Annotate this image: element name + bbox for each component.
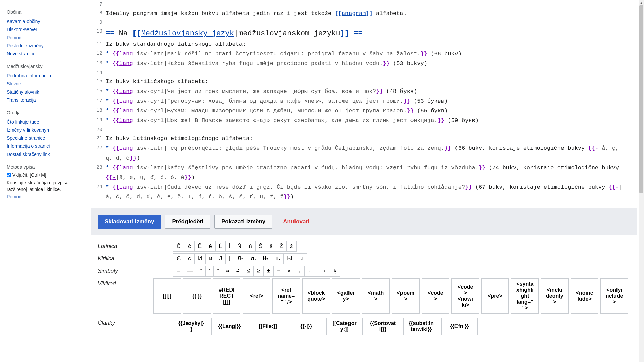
- line-content[interactable]: Iz bukv latinskogo etimologičnogo alfabe…: [106, 134, 637, 144]
- editor-line[interactable]: 16* {{lang|isv-cyrl|Чи јест ли грех мысл…: [91, 87, 637, 97]
- scroll-thumb[interactable]: [639, 5, 643, 193]
- editor-line[interactable]: 11Iz bukv standardnogo latinskogo alfabe…: [91, 40, 637, 49]
- line-content[interactable]: Iz bukv kiriličskogo alfabeta:: [106, 77, 637, 87]
- char-insert-button[interactable]: [[|]]: [153, 278, 181, 314]
- char-insert-button[interactable]: Ј: [216, 253, 226, 264]
- char-insert-button[interactable]: Ž: [276, 241, 286, 252]
- line-content[interactable]: * {{lang|isv-cyrl|Чи јест ли грех мыслит…: [106, 87, 637, 97]
- sidebar-link[interactable]: Pomoč: [7, 34, 80, 42]
- char-insert-button[interactable]: <syntaxhighlight lang="">: [511, 278, 539, 314]
- editor-line[interactable]: 7: [91, 0, 637, 9]
- editor-line[interactable]: 8Idealny pangram imaje každu bukvu alfab…: [91, 9, 637, 19]
- char-insert-button[interactable]: Є: [173, 253, 184, 264]
- char-insert-button[interactable]: Ы: [283, 253, 296, 264]
- char-insert-button[interactable]: Ĺ: [215, 241, 226, 252]
- line-content[interactable]: == Na [[Medžuslovjansky jezyk|medžuslovj…: [106, 27, 637, 40]
- char-insert-button[interactable]: ±: [263, 266, 274, 277]
- char-insert-button[interactable]: [[Category:]]: [326, 318, 363, 335]
- preview-button[interactable]: Prědgleděti: [165, 215, 210, 229]
- char-insert-button[interactable]: Љ: [234, 253, 247, 264]
- sidebar-link[interactable]: Poslědnje izměny: [7, 42, 80, 50]
- line-content[interactable]: * {{lang|isv-latn|Každa ščestliva ryba f…: [106, 59, 637, 69]
- char-insert-button[interactable]: ń: [245, 241, 255, 252]
- char-insert-button[interactable]: <poem>: [392, 278, 420, 314]
- char-insert-button[interactable]: ы: [296, 253, 307, 264]
- sidebar-link[interactable]: Slovnik: [7, 80, 80, 88]
- char-insert-button[interactable]: –: [173, 266, 183, 277]
- char-insert-button[interactable]: š: [266, 241, 276, 252]
- char-insert-button[interactable]: {{Jezyky|}}: [173, 318, 209, 335]
- char-insert-button[interactable]: {{Efn|}}: [441, 318, 478, 335]
- char-insert-button[interactable]: [[File:]]: [250, 318, 286, 335]
- line-content[interactable]: * {{lang|isv-cyrl|Шок же! В Пољске замєс…: [106, 116, 637, 126]
- char-insert-button[interactable]: ←: [304, 266, 317, 277]
- char-insert-button[interactable]: и: [205, 253, 216, 264]
- editor-line[interactable]: 15Iz bukv kiriličskogo alfabeta:: [91, 77, 637, 87]
- char-insert-button[interactable]: ×: [284, 266, 294, 277]
- cancel-button[interactable]: Anulovati: [276, 215, 316, 229]
- line-content[interactable]: * {{lang|isv-cyrl|Њухам: млады шизофрени…: [106, 106, 637, 116]
- char-insert-button[interactable]: Š: [255, 241, 266, 252]
- char-insert-button[interactable]: §: [330, 266, 340, 277]
- char-insert-button[interactable]: <pre>: [481, 278, 509, 314]
- char-insert-button[interactable]: <onlyinclude>: [600, 278, 628, 314]
- input-method-toggle[interactable]: Vključiti [Ctrl+M]: [7, 172, 80, 178]
- char-insert-button[interactable]: њ: [272, 253, 284, 264]
- sidebar-link[interactable]: Statičny slovnik: [7, 88, 80, 96]
- char-insert-button[interactable]: —: [183, 266, 196, 277]
- char-insert-button[interactable]: {{subst:Interwiki}}: [403, 318, 439, 335]
- char-insert-button[interactable]: ј: [225, 253, 234, 264]
- char-insert-button[interactable]: Њ: [259, 253, 272, 264]
- editor-line[interactable]: 14: [91, 69, 637, 77]
- editor-line[interactable]: 18* {{lang|isv-cyrl|Њухам: млады шизофре…: [91, 106, 637, 116]
- char-insert-button[interactable]: ′: [205, 266, 214, 277]
- page-scrollbar[interactable]: ▲: [639, 0, 644, 362]
- char-insert-button[interactable]: ≈: [223, 266, 233, 277]
- char-insert-button[interactable]: ″: [213, 266, 223, 277]
- char-insert-button[interactable]: <blockquote>: [302, 278, 330, 314]
- sidebar-link[interactable]: Nove stranice: [7, 50, 80, 58]
- char-insert-button[interactable]: љ: [247, 253, 259, 264]
- char-insert-button[interactable]: ĺ: [225, 241, 234, 252]
- sidebar-link[interactable]: Pomoč: [7, 193, 80, 201]
- line-content[interactable]: * {{lang|isv-latn|Majk rěšil ne brati če…: [106, 49, 637, 59]
- editor-line[interactable]: 23* {{lang|isv-latn|každy ščęstlivy pės …: [91, 163, 637, 183]
- char-insert-button[interactable]: ÷: [294, 266, 305, 277]
- line-content[interactable]: [106, 69, 637, 77]
- sidebar-link[interactable]: Transliteracija: [7, 96, 80, 104]
- char-insert-button[interactable]: {{Lang|}}: [211, 318, 248, 335]
- line-content[interactable]: [106, 18, 637, 27]
- sidebar-link[interactable]: Diskord-server: [7, 25, 80, 34]
- sidebar-link[interactable]: Podrobna informacija: [7, 72, 80, 80]
- char-insert-button[interactable]: Č: [173, 241, 184, 252]
- line-content[interactable]: * {{lang|isv-cyrl|Прєпоручам: ховај блин…: [106, 97, 637, 106]
- sidebar-link[interactable]: Kavarnja občiny: [7, 17, 80, 25]
- char-insert-button[interactable]: −: [273, 266, 284, 277]
- sidebar-link[interactable]: Specialne stranice: [7, 134, 80, 142]
- editor-line[interactable]: 21Iz bukv latinskogo etimologičnogo alfa…: [91, 134, 637, 144]
- char-insert-button[interactable]: є: [184, 253, 195, 264]
- sidebar-link[interactable]: Dostati skračeny link: [7, 150, 80, 158]
- sidebar-link[interactable]: Čto linkuje tude: [7, 118, 80, 126]
- char-insert-button[interactable]: {{-|}}: [288, 318, 324, 335]
- char-insert-button[interactable]: <gallery>: [332, 278, 360, 314]
- editor-line[interactable]: 20: [91, 126, 637, 134]
- editor-line[interactable]: 24* {{lang|isv-latn|Ćuđi děvėc už nese d…: [91, 183, 637, 202]
- line-content[interactable]: * {{lang|isv-latn|Ćuđi děvėc už nese dòž…: [106, 183, 637, 202]
- char-insert-button[interactable]: <includeonly>: [541, 278, 569, 314]
- editor-line[interactable]: 22* {{lang|isv-latn|Hćų prěporųčiti: glę…: [91, 144, 637, 163]
- char-insert-button[interactable]: <code>: [422, 278, 449, 314]
- char-insert-button[interactable]: И: [194, 253, 206, 264]
- char-insert-button[interactable]: <noinclude>: [571, 278, 598, 314]
- char-insert-button[interactable]: ž: [286, 241, 297, 252]
- char-insert-button[interactable]: <ref>: [243, 278, 270, 314]
- char-insert-button[interactable]: <code><nowiki>: [451, 278, 479, 314]
- char-insert-button[interactable]: {{|}}: [183, 278, 211, 314]
- char-insert-button[interactable]: #REDIRECT [[]]: [213, 278, 241, 314]
- char-insert-button[interactable]: <ref name="" />: [272, 278, 300, 314]
- char-insert-button[interactable]: ≠: [233, 266, 243, 277]
- char-insert-button[interactable]: Ń: [234, 241, 245, 252]
- char-insert-button[interactable]: °: [196, 266, 206, 277]
- char-insert-button[interactable]: {{Sortovati|}}: [365, 318, 401, 335]
- editor-line[interactable]: 17* {{lang|isv-cyrl|Прєпоручам: ховај бл…: [91, 97, 637, 106]
